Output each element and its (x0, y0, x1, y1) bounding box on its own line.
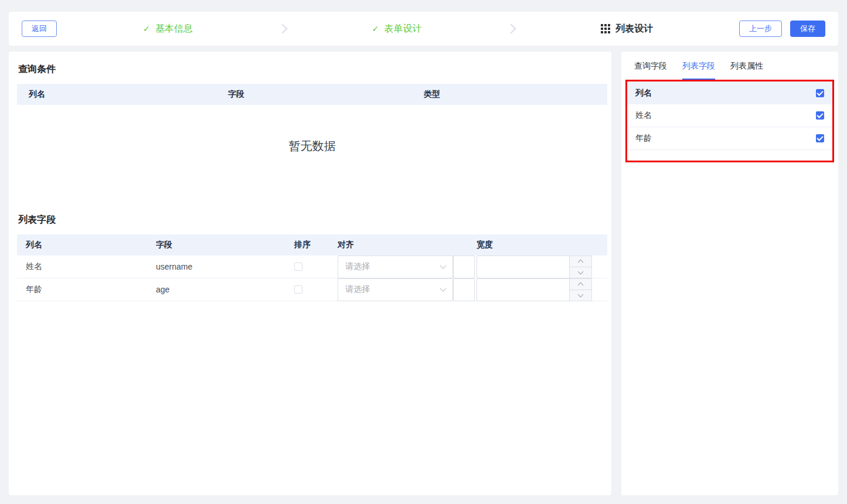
list-item: 姓名 (627, 104, 832, 127)
empty-state-text: 暂无数据 (17, 105, 607, 187)
field-item-label: 姓名 (635, 110, 652, 121)
step-label: 基本信息 (155, 23, 193, 35)
annotation-highlight-box: 列名 姓名 年龄 (625, 80, 834, 162)
align-cell: 请选择 (338, 278, 453, 301)
list-fields-title: 列表字段 (17, 214, 603, 226)
check-icon: ✓ (372, 24, 379, 33)
column-header-field: 字段 (228, 89, 424, 100)
previous-step-button[interactable]: 上一步 (739, 21, 782, 37)
field-item-label: 年龄 (635, 133, 652, 144)
number-spinner (569, 279, 591, 301)
align-cell: 请选择 (338, 256, 453, 278)
increment-button[interactable] (570, 256, 591, 267)
column-header-width: 宽度 (477, 240, 592, 250)
chevron-down-icon (578, 291, 584, 297)
list-design-panel: 查询条件 列名 字段 类型 暂无数据 列表字段 列名 字段 排序 对齐 宽度 姓… (9, 52, 611, 495)
column-header-name: 列名 (17, 89, 228, 100)
list-item: 年龄 (627, 127, 832, 150)
empty-mini-box (453, 278, 475, 301)
row-name: 姓名 (17, 256, 156, 278)
width-number-input (477, 278, 592, 301)
field-list-header: 列名 (627, 81, 832, 104)
width-cell (477, 278, 592, 301)
query-table-header: 列名 字段 类型 (17, 84, 607, 105)
chevron-up-icon (578, 260, 584, 265)
wizard-steps: ✓ 基本信息 ✓ 表单设计 列表设计 (57, 23, 739, 35)
chevron-right-icon (277, 24, 287, 34)
number-spinner (569, 256, 591, 278)
width-input[interactable] (477, 256, 569, 278)
field-visible-checkbox[interactable] (816, 134, 824, 142)
align-select[interactable]: 请选择 (338, 256, 453, 278)
top-toolbar: 返回 ✓ 基本信息 ✓ 表单设计 列表设计 上一步 保存 (9, 12, 838, 46)
sort-checkbox[interactable] (294, 285, 302, 294)
chevron-up-icon (578, 282, 584, 288)
column-header-sort: 排序 (294, 240, 338, 250)
align-select[interactable]: 请选择 (338, 278, 453, 301)
step-list-design[interactable]: 列表设计 (601, 23, 653, 35)
field-settings-panel: 查询字段 列表字段 列表属性 列名 姓名 年龄 (621, 52, 838, 495)
decrement-button[interactable] (570, 267, 591, 278)
row-spacer (592, 256, 607, 278)
gap-cell (453, 256, 477, 278)
column-header-name: 列名 (17, 240, 156, 250)
query-conditions-title: 查询条件 (17, 63, 603, 76)
grid-icon (601, 24, 610, 33)
toolbar-actions: 上一步 保存 (739, 21, 825, 37)
field-list-header-label: 列名 (635, 88, 652, 98)
chevron-down-icon (440, 262, 446, 268)
field-visible-checkbox[interactable] (816, 111, 824, 120)
width-input[interactable] (477, 279, 569, 301)
row-spacer (592, 278, 607, 301)
step-basic-info[interactable]: ✓ 基本信息 (143, 23, 193, 35)
select-placeholder: 请选择 (345, 284, 370, 295)
width-cell (477, 256, 592, 278)
empty-mini-box (453, 256, 475, 278)
check-all-checkbox[interactable] (816, 89, 824, 97)
check-icon: ✓ (143, 24, 150, 33)
table-row: 年龄 age 请选择 (17, 278, 607, 301)
table-row: 姓名 username 请选择 (17, 256, 607, 278)
row-field: age (156, 278, 294, 301)
increment-button[interactable] (570, 279, 591, 290)
column-header-type: 类型 (424, 89, 607, 100)
query-conditions-table: 列名 字段 类型 暂无数据 (17, 84, 607, 187)
list-table-header: 列名 字段 排序 对齐 宽度 (17, 234, 607, 256)
step-label: 表单设计 (384, 23, 421, 35)
sort-cell (294, 278, 338, 301)
row-field: username (156, 256, 294, 278)
chevron-down-icon (578, 268, 584, 274)
width-number-input (477, 256, 592, 278)
list-fields-table: 列名 字段 排序 对齐 宽度 姓名 username 请选择 (17, 234, 607, 301)
chevron-right-icon (506, 24, 516, 34)
row-name: 年龄 (17, 278, 156, 301)
column-header-field: 字段 (156, 240, 294, 250)
step-form-design[interactable]: ✓ 表单设计 (372, 23, 422, 35)
tab-list-properties[interactable]: 列表属性 (730, 61, 763, 80)
select-placeholder: 请选择 (345, 261, 370, 272)
tab-query-fields[interactable]: 查询字段 (634, 61, 667, 80)
sort-checkbox[interactable] (294, 263, 302, 271)
tab-list-fields[interactable]: 列表字段 (682, 61, 715, 80)
sort-cell (294, 256, 338, 278)
chevron-down-icon (440, 285, 446, 291)
column-header-align: 对齐 (338, 240, 453, 250)
settings-tabs: 查询字段 列表字段 列表属性 (621, 61, 838, 80)
step-label: 列表设计 (615, 23, 653, 35)
back-button[interactable]: 返回 (22, 21, 57, 37)
decrement-button[interactable] (570, 290, 591, 301)
save-button[interactable]: 保存 (790, 21, 825, 37)
gap-cell (453, 278, 477, 301)
